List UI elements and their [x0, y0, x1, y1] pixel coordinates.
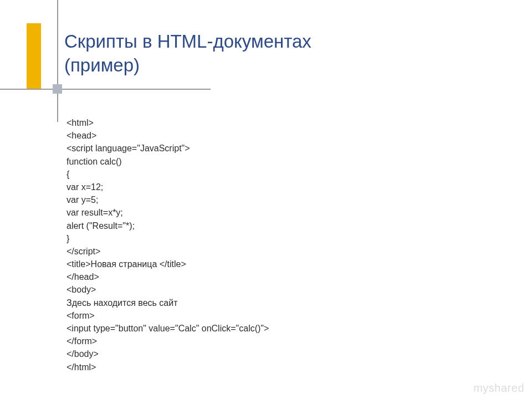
deco-horizontal-line: [0, 89, 211, 90]
title-line-1: Скрипты в HTML-документах: [64, 31, 311, 52]
title-line-2: (пример): [64, 55, 140, 75]
slide-title: Скрипты в HTML-документах (пример): [64, 30, 311, 78]
slide-container: Скрипты в HTML-документах (пример) <html…: [0, 0, 532, 399]
code-block: <html> <head> <script language="JavaScri…: [66, 116, 269, 374]
deco-vertical-line: [57, 0, 58, 122]
deco-yellow-block: [27, 23, 41, 89]
deco-square: [53, 84, 62, 94]
watermark: myshared: [473, 382, 524, 395]
